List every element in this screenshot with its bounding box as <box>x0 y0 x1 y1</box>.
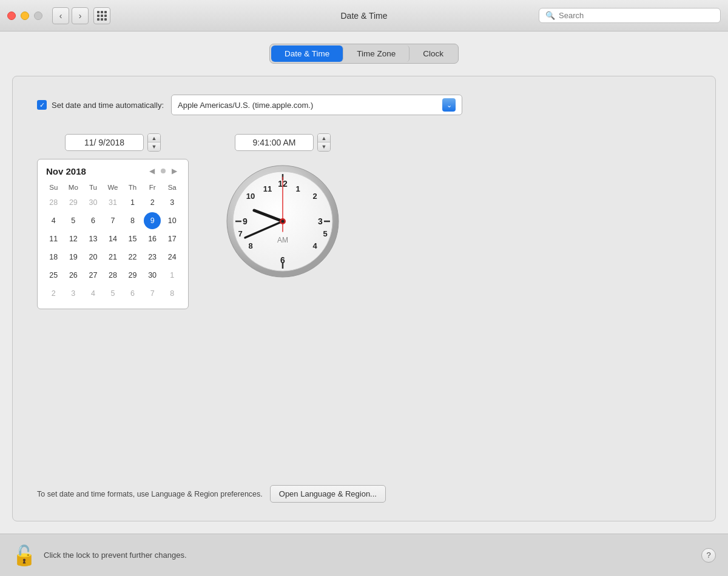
auto-set-checkbox[interactable]: ✓ <box>37 100 47 110</box>
cal-day[interactable]: 1 <box>124 194 141 211</box>
cal-day[interactable]: 4 <box>45 212 62 229</box>
panel: ✓ Set date and time automatically: Apple… <box>12 76 716 521</box>
cal-day[interactable]: 30 <box>84 194 101 211</box>
date-stepper-up[interactable]: ▲ <box>148 134 160 142</box>
cal-day[interactable]: 26 <box>65 267 82 284</box>
cal-day[interactable]: 28 <box>104 267 121 284</box>
cal-day[interactable]: 7 <box>144 285 161 302</box>
cal-day[interactable]: 23 <box>144 249 161 266</box>
search-input[interactable] <box>559 11 714 20</box>
cal-day[interactable]: 30 <box>144 267 161 284</box>
cal-day[interactable]: 16 <box>144 230 161 247</box>
cal-day[interactable]: 28 <box>45 194 62 211</box>
dropdown-arrow-icon[interactable]: ⌄ <box>442 98 456 112</box>
tabs-container: Date & Time Time Zone Clock <box>12 44 716 64</box>
search-icon: 🔍 <box>545 11 555 20</box>
cal-day[interactable]: 20 <box>84 249 101 266</box>
cal-day[interactable]: 12 <box>65 230 82 247</box>
svg-text:4: 4 <box>312 241 317 250</box>
calendar-nav: ◀ ▶ <box>147 166 180 176</box>
cal-day[interactable]: 4 <box>84 285 101 302</box>
cal-day[interactable]: 25 <box>45 267 62 284</box>
maximize-button[interactable] <box>34 12 42 20</box>
calendar-section: 11/ 9/2018 ▲ ▼ Nov 2018 ◀ ▶ <box>37 133 189 463</box>
date-input-row: 11/ 9/2018 ▲ ▼ <box>65 133 161 152</box>
cal-day[interactable]: 29 <box>65 194 82 211</box>
svg-text:10: 10 <box>246 192 255 201</box>
cal-day[interactable]: 18 <box>45 249 62 266</box>
minimize-button[interactable] <box>21 12 29 20</box>
cal-day[interactable]: 14 <box>104 230 121 247</box>
date-stepper[interactable]: ▲ ▼ <box>147 133 161 152</box>
open-region-button[interactable]: Open Language & Region... <box>270 485 386 503</box>
traffic-lights <box>7 12 42 20</box>
server-text: Apple Americas/U.S. (time.apple.com.) <box>178 101 437 110</box>
forward-button[interactable]: › <box>72 7 89 24</box>
auto-set-row: ✓ Set date and time automatically: Apple… <box>37 95 691 115</box>
svg-text:8: 8 <box>248 241 252 250</box>
cal-day[interactable]: 21 <box>104 249 121 266</box>
tab-clock[interactable]: Clock <box>410 45 457 62</box>
cal-day[interactable]: 10 <box>164 212 181 229</box>
search-bar[interactable]: 🔍 <box>539 8 721 23</box>
cal-header-sa: Sa <box>162 181 182 193</box>
lock-icon[interactable]: 🔓 <box>12 544 36 567</box>
cal-header-fr: Fr <box>143 181 163 193</box>
tab-date-time[interactable]: Date & Time <box>271 45 343 62</box>
svg-text:6: 6 <box>280 255 285 265</box>
cal-day[interactable]: 5 <box>65 212 82 229</box>
svg-text:5: 5 <box>323 229 327 238</box>
cal-day-selected[interactable]: 9 <box>144 212 161 229</box>
cal-day[interactable]: 17 <box>164 230 181 247</box>
cal-day[interactable]: 11 <box>45 230 62 247</box>
cal-day[interactable]: 1 <box>164 267 181 284</box>
cal-day[interactable]: 2 <box>45 285 62 302</box>
cal-day[interactable]: 15 <box>124 230 141 247</box>
datetime-area: 11/ 9/2018 ▲ ▼ Nov 2018 ◀ ▶ <box>37 133 691 463</box>
grid-view-button[interactable] <box>93 7 110 24</box>
cal-day[interactable]: 5 <box>104 285 121 302</box>
svg-text:AM: AM <box>277 236 288 244</box>
bottom-text: To set date and time formats, use Langua… <box>37 490 263 498</box>
cal-day[interactable]: 13 <box>84 230 101 247</box>
back-button[interactable]: ‹ <box>52 7 69 24</box>
cal-day[interactable]: 19 <box>65 249 82 266</box>
cal-day[interactable]: 7 <box>104 212 121 229</box>
cal-day[interactable]: 29 <box>124 267 141 284</box>
cal-day[interactable]: 2 <box>144 194 161 211</box>
calendar-next-arrow[interactable]: ▶ <box>169 166 180 176</box>
tab-time-zone[interactable]: Time Zone <box>343 45 410 62</box>
svg-text:2: 2 <box>312 192 317 201</box>
cal-day[interactable]: 27 <box>84 267 101 284</box>
window-title: Date & Time <box>340 11 387 21</box>
analog-clock: 12 3 6 9 2 4 8 10 1 5 11 7 AM <box>225 164 340 279</box>
time-field[interactable]: 9:41:00 AM <box>235 134 314 151</box>
help-button[interactable]: ? <box>701 548 716 563</box>
cal-day[interactable]: 22 <box>124 249 141 266</box>
date-field[interactable]: 11/ 9/2018 <box>65 134 144 151</box>
cal-day[interactable]: 3 <box>164 194 181 211</box>
cal-day[interactable]: 31 <box>104 194 121 211</box>
cal-day[interactable]: 6 <box>84 212 101 229</box>
cal-header-we: We <box>103 181 123 193</box>
lock-bar: 🔓 Click the lock to prevent further chan… <box>0 534 728 576</box>
cal-day[interactable]: 6 <box>124 285 141 302</box>
nav-buttons: ‹ › <box>52 7 89 24</box>
calendar-widget: Nov 2018 ◀ ▶ Su Mo Tu We Th <box>37 159 189 309</box>
titlebar: ‹ › Date & Time 🔍 <box>0 0 728 32</box>
lock-text: Click the lock to prevent further change… <box>44 551 187 560</box>
calendar-prev-arrow[interactable]: ◀ <box>147 166 157 176</box>
calendar-today-dot[interactable] <box>161 169 166 173</box>
cal-day[interactable]: 8 <box>124 212 141 229</box>
cal-day[interactable]: 24 <box>164 249 181 266</box>
time-stepper-up[interactable]: ▲ <box>318 134 330 142</box>
calendar-grid: Su Mo Tu We Th Fr Sa 28 29 30 31 1 2 <box>44 181 182 303</box>
server-dropdown[interactable]: Apple Americas/U.S. (time.apple.com.) ⌄ <box>171 95 462 115</box>
cal-header-mo: Mo <box>64 181 84 193</box>
cal-day[interactable]: 3 <box>65 285 82 302</box>
cal-day[interactable]: 8 <box>164 285 181 302</box>
time-stepper-down[interactable]: ▼ <box>318 142 330 151</box>
time-stepper[interactable]: ▲ ▼ <box>317 133 331 152</box>
close-button[interactable] <box>7 12 16 20</box>
date-stepper-down[interactable]: ▼ <box>148 142 160 151</box>
